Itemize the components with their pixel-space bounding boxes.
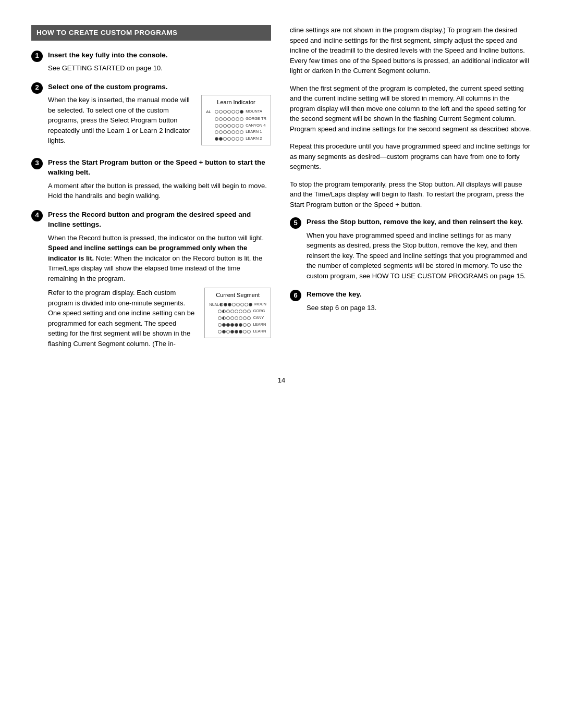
dot bbox=[215, 117, 218, 121]
dot bbox=[227, 130, 231, 134]
step-4-content: Press the Record button and program the … bbox=[48, 209, 271, 352]
dot-row-1: GORGE TR bbox=[206, 116, 266, 122]
dot bbox=[243, 323, 247, 327]
step-6-title: Remove the key. bbox=[307, 289, 532, 300]
dot bbox=[215, 110, 218, 114]
dot bbox=[236, 130, 239, 134]
row-right-4: LEARN 2 bbox=[246, 136, 262, 142]
step-4-title: Press the Record button and program the … bbox=[48, 209, 271, 230]
step-5-para-0: When you have programmed speed and incli… bbox=[307, 230, 532, 281]
right-para-3: To stop the program temporarily, press t… bbox=[290, 179, 532, 210]
page: HOW TO CREATE CUSTOM PROGRAMS 1 Insert t… bbox=[0, 0, 563, 728]
dot bbox=[218, 323, 222, 327]
step-6-number: 6 bbox=[290, 290, 301, 301]
dot bbox=[219, 124, 223, 128]
dot-filled bbox=[224, 303, 227, 306]
current-segment-title: Current Segment bbox=[209, 291, 266, 300]
dot bbox=[230, 316, 234, 320]
dot-filled bbox=[219, 137, 223, 141]
step-1-title: Insert the key fully into the console. bbox=[48, 50, 271, 60]
dot bbox=[223, 130, 227, 134]
step-3-body: A moment after the button is pressed, th… bbox=[48, 181, 271, 201]
step-5-content: Press the Stop button, remove the key, a… bbox=[307, 217, 532, 281]
dot-filled bbox=[226, 323, 230, 327]
step-3-title: Press the Start Program button or the Sp… bbox=[48, 157, 271, 178]
dot bbox=[215, 130, 218, 134]
cs-dot-row-0: NUAL MOUN bbox=[209, 302, 266, 307]
left-column: HOW TO CREATE CUSTOM PROGRAMS 1 Insert t… bbox=[31, 25, 271, 360]
dot bbox=[219, 130, 223, 134]
current-segment-figure: Current Segment NUAL bbox=[204, 288, 271, 338]
dot bbox=[226, 316, 230, 320]
dot bbox=[223, 110, 227, 114]
learn-indicator-title: Learn Indicator bbox=[206, 98, 266, 107]
step-2-content: Select one of the custom programs. When … bbox=[48, 82, 271, 149]
dot bbox=[239, 316, 242, 320]
dot bbox=[239, 310, 242, 313]
dot-filled bbox=[230, 323, 234, 327]
dot-filled bbox=[222, 330, 226, 334]
dot-filled bbox=[240, 110, 243, 114]
step-4-inline-text: Refer to the program display. Each custo… bbox=[48, 288, 197, 349]
dot bbox=[247, 316, 251, 320]
step-4-para-0: When the Record button is pressed, the i… bbox=[48, 233, 271, 284]
step-1-para-0: See GETTING STARTED on page 10. bbox=[48, 63, 271, 73]
dot bbox=[236, 137, 239, 141]
step-5-body: When you have programmed speed and incli… bbox=[307, 230, 532, 281]
step-3-number: 3 bbox=[31, 158, 43, 169]
dot-filled bbox=[235, 323, 238, 327]
step-6: 6 Remove the key. See step 6 on page 13. bbox=[290, 289, 532, 313]
step-2-inline-text: When the key is inserted, the manual mod… bbox=[48, 95, 194, 146]
dot-filled bbox=[228, 303, 231, 306]
step-2-inline-figure: When the key is inserted, the manual mod… bbox=[48, 95, 271, 146]
step-1-body: See GETTING STARTED on page 10. bbox=[48, 63, 271, 73]
step-2-number: 2 bbox=[31, 82, 43, 94]
dot bbox=[226, 330, 230, 334]
dot bbox=[247, 310, 251, 313]
cs-dot-row-3: LEARN bbox=[209, 322, 266, 328]
dot bbox=[227, 137, 231, 141]
dot bbox=[223, 124, 227, 128]
right-para-1: When the first segment of the program is… bbox=[290, 83, 532, 134]
dot bbox=[243, 310, 247, 313]
dot bbox=[227, 117, 231, 121]
current-segment-grid: NUAL MOUN bbox=[209, 302, 266, 334]
dot bbox=[223, 137, 227, 141]
step-1: 1 Insert the key fully into the console.… bbox=[31, 50, 271, 73]
right-column: cline settings are not shown in the prog… bbox=[290, 25, 532, 360]
cs-dot-row-1: GORG bbox=[209, 309, 266, 314]
cs-dot-row-4: LEARN bbox=[209, 329, 266, 335]
cs-row-right-4: LEARN bbox=[253, 329, 266, 335]
right-para-2: Repeat this procedure until you have pro… bbox=[290, 141, 532, 172]
dot-row-0: AL MOUNTA bbox=[206, 109, 266, 115]
step-1-content: Insert the key fully into the console. S… bbox=[48, 50, 271, 73]
dot bbox=[218, 310, 222, 313]
dot bbox=[226, 310, 230, 313]
step-3: 3 Press the Start Program button or the … bbox=[31, 157, 271, 201]
dot bbox=[231, 110, 235, 114]
dot bbox=[243, 316, 247, 320]
right-para-0: cline settings are not shown in the prog… bbox=[290, 25, 532, 76]
dot bbox=[231, 117, 235, 121]
cs-row-right-3: LEARN bbox=[253, 322, 266, 328]
step-6-body: See step 6 on page 13. bbox=[307, 303, 532, 313]
step-4-number: 4 bbox=[31, 210, 43, 221]
dot bbox=[231, 124, 235, 128]
step-2-title: Select one of the custom programs. bbox=[48, 82, 271, 92]
dot bbox=[236, 110, 239, 114]
dot bbox=[247, 330, 251, 334]
page-number: 14 bbox=[31, 376, 532, 386]
step-6-content: Remove the key. See step 6 on page 13. bbox=[307, 289, 532, 313]
step-6-para-0: See step 6 on page 13. bbox=[307, 303, 532, 313]
dot bbox=[218, 330, 222, 334]
step-2: 2 Select one of the custom programs. Whe… bbox=[31, 82, 271, 149]
step-4-body: When the Record button is pressed, the i… bbox=[48, 233, 271, 284]
row-right-2: CANYON 4 bbox=[246, 123, 265, 129]
dot-filled bbox=[222, 323, 226, 327]
step-5: 5 Press the Stop button, remove the key,… bbox=[290, 217, 532, 281]
dot bbox=[219, 110, 223, 114]
dot bbox=[240, 124, 243, 128]
dot bbox=[240, 130, 243, 134]
cs-row-right-1: GORG bbox=[253, 309, 265, 314]
dot bbox=[240, 303, 244, 306]
